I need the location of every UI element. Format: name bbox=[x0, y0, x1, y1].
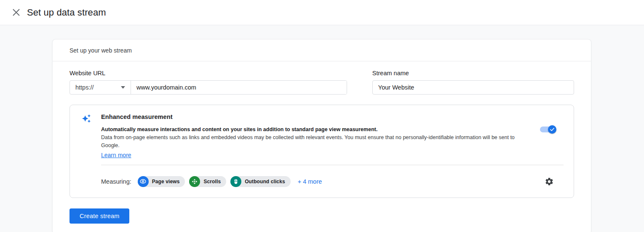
website-url-label: Website URL bbox=[69, 70, 347, 76]
enhanced-measurement-section: Enhanced measurement Automatically measu… bbox=[69, 105, 574, 198]
protocol-select[interactable]: https:// bbox=[70, 81, 131, 94]
chip-page-views[interactable]: Page views bbox=[138, 176, 185, 187]
mouse-icon bbox=[230, 176, 241, 187]
measuring-label: Measuring: bbox=[101, 178, 131, 185]
chip-scrolls[interactable]: Scrolls bbox=[189, 176, 226, 187]
measurement-chips: Page views bbox=[138, 176, 291, 187]
learn-more-link[interactable]: Learn more bbox=[101, 152, 131, 158]
chip-label: Outbound clicks bbox=[245, 179, 285, 185]
enhanced-measurement-description: Automatically measure interactions and c… bbox=[101, 126, 532, 150]
toggle-thumb bbox=[548, 125, 556, 134]
scrolls-icon bbox=[189, 176, 200, 187]
stream-name-label: Stream name bbox=[372, 70, 574, 76]
create-stream-button[interactable]: Create stream bbox=[69, 208, 129, 224]
dialog-header: Set up data stream bbox=[0, 0, 644, 25]
eye-icon bbox=[138, 176, 149, 187]
website-url-field: https:// bbox=[69, 80, 347, 95]
page-title: Set up data stream bbox=[27, 7, 106, 18]
stream-name-input[interactable] bbox=[372, 80, 574, 95]
gear-icon bbox=[545, 177, 554, 186]
settings-button[interactable] bbox=[544, 177, 554, 187]
protocol-value: https:// bbox=[75, 84, 94, 91]
close-button[interactable] bbox=[11, 8, 21, 18]
chip-label: Page views bbox=[152, 179, 180, 185]
description-normal-line: Data from on-page elements such as links… bbox=[101, 134, 532, 150]
web-stream-card: Set up your web stream Website URL https… bbox=[52, 39, 591, 232]
more-chips-link[interactable]: + 4 more bbox=[298, 178, 322, 185]
chip-outbound-clicks[interactable]: Outbound clicks bbox=[230, 176, 291, 187]
description-bold-line: Automatically measure interactions and c… bbox=[101, 126, 532, 134]
check-icon bbox=[550, 127, 555, 132]
card-title: Set up your web stream bbox=[53, 40, 591, 61]
website-url-input[interactable] bbox=[131, 81, 347, 94]
chevron-down-icon bbox=[121, 86, 125, 89]
close-icon bbox=[13, 9, 20, 16]
enhanced-measurement-toggle[interactable] bbox=[540, 127, 555, 132]
sparkle-icon bbox=[82, 114, 91, 123]
chip-label: Scrolls bbox=[203, 179, 221, 185]
enhanced-measurement-title: Enhanced measurement bbox=[101, 113, 564, 120]
